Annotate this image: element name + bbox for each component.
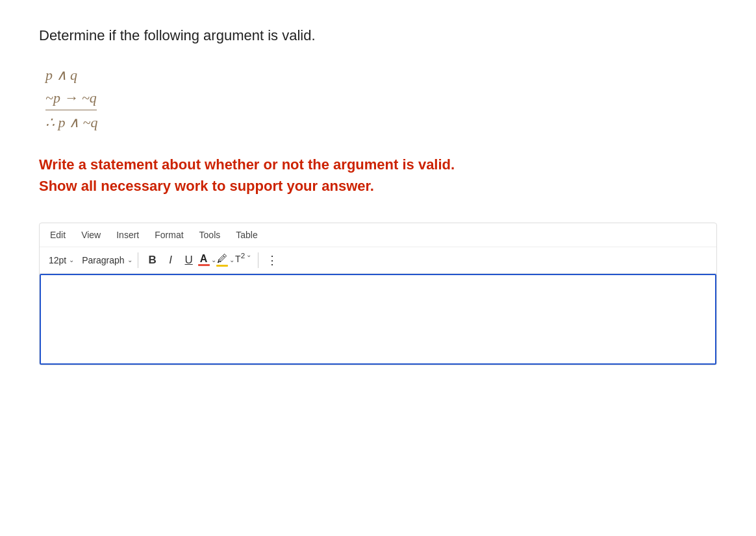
- superscript-group[interactable]: T2 ⌄: [234, 251, 253, 269]
- toolbar-row: 12pt ⌄ Paragraph ⌄ B I U A: [40, 247, 716, 274]
- editor-input-area[interactable]: [40, 274, 716, 365]
- underline-icon: U: [185, 254, 193, 267]
- superscript-icon: T2: [235, 251, 245, 264]
- italic-icon: I: [169, 254, 172, 267]
- font-size-chevron: ⌄: [69, 256, 74, 263]
- italic-button[interactable]: I: [162, 251, 180, 269]
- highlight-bar: [216, 265, 228, 267]
- superscript-chevron: ⌄: [246, 251, 251, 258]
- toolbar-divider-3: [258, 252, 258, 268]
- menu-table[interactable]: Table: [236, 230, 257, 240]
- logic-premise1: p ∧ q: [45, 64, 717, 86]
- font-size-value: 12pt: [49, 255, 66, 265]
- menu-bar: Edit View Insert Format Tools Table: [40, 223, 716, 247]
- question-text: Determine if the following argument is v…: [39, 26, 717, 46]
- highlight-chevron: ⌄: [229, 256, 234, 263]
- menu-edit[interactable]: Edit: [50, 230, 66, 240]
- paragraph-value: Paragraph: [82, 255, 124, 265]
- font-color-icon: A: [198, 254, 210, 266]
- toolbar-divider-2: [138, 252, 138, 268]
- instruction-block: Write a statement about whether or not t…: [39, 154, 717, 197]
- menu-insert[interactable]: Insert: [116, 230, 139, 240]
- bold-button[interactable]: B: [144, 251, 162, 269]
- highlight-icon: 🖉: [216, 253, 228, 267]
- highlight-group[interactable]: 🖉 ⌄: [216, 251, 234, 269]
- logic-conclusion: ∴ p ∧ ~q: [45, 112, 717, 133]
- pencil-icon: 🖉: [217, 253, 227, 265]
- bold-icon: B: [149, 254, 157, 267]
- paragraph-chevron: ⌄: [127, 256, 132, 263]
- instruction-line1: Write a statement about whether or not t…: [39, 154, 717, 175]
- logic-block: p ∧ q ~p → ~q ∴ p ∧ ~q: [45, 64, 717, 133]
- menu-view[interactable]: View: [81, 230, 101, 240]
- font-color-letter: A: [200, 254, 208, 264]
- more-options-icon: ⋮: [266, 253, 279, 267]
- underline-button[interactable]: U: [180, 251, 198, 269]
- page-container: Determine if the following argument is v…: [39, 26, 717, 365]
- font-color-chevron: ⌄: [211, 256, 216, 263]
- instruction-line2: Show all necessary work to support your …: [39, 175, 717, 197]
- more-options-button[interactable]: ⋮: [264, 251, 282, 269]
- editor-container: Edit View Insert Format Tools Table 12pt…: [39, 223, 717, 365]
- paragraph-select[interactable]: Paragraph ⌄: [82, 255, 132, 265]
- menu-format[interactable]: Format: [155, 230, 183, 240]
- font-color-bar: [198, 264, 210, 266]
- font-size-select[interactable]: 12pt ⌄: [49, 255, 74, 265]
- menu-tools[interactable]: Tools: [199, 230, 221, 240]
- logic-premise2: ~p → ~q: [45, 87, 97, 110]
- font-color-group[interactable]: A ⌄: [198, 251, 216, 269]
